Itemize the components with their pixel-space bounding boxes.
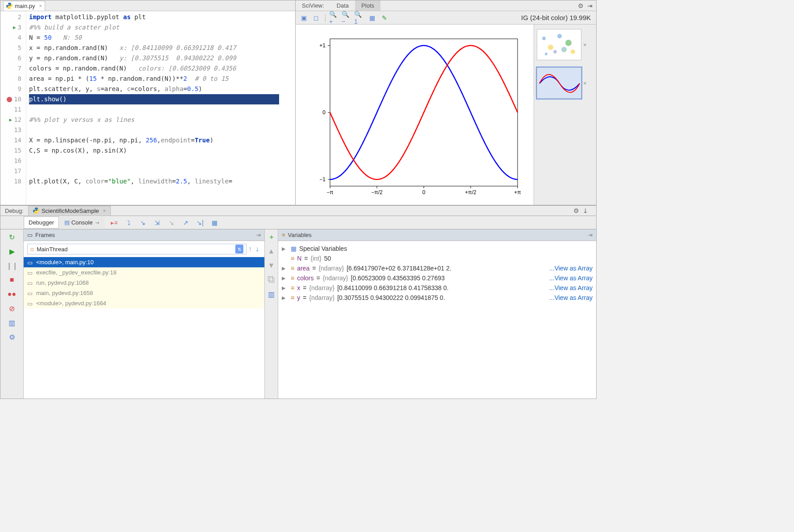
collapse-icon[interactable]: ⇥ [588,232,593,238]
frame-item[interactable]: ▭run, pydevd.py:1068 [24,278,264,288]
thread-icon: ⎅ [30,246,34,253]
nav-down-icon[interactable]: ▼ [267,261,276,270]
pause-icon[interactable]: ❙❙ [7,261,17,270]
copy-icon[interactable]: ⿻ [267,275,276,285]
svg-text:0: 0 [322,109,326,116]
svg-text:0: 0 [422,189,425,195]
variable-row[interactable]: ▶≡ area = {ndarray} [6.69417907e+02 6.37… [282,263,593,273]
gear-icon[interactable]: ⚙ [573,207,579,214]
svg-point-20 [565,40,572,46]
debug-config-label: ScientificModeSample [42,208,99,214]
tab-data[interactable]: Data [330,0,355,11]
eyedropper-icon[interactable]: ✎ [379,12,390,23]
variable-row[interactable]: ≡ N = {int} 50 [282,254,593,263]
plot-info: IG (24-bit color) 19.99K [521,14,593,21]
variable-list[interactable]: ▶▦ Special Variables≡ N = {int} 50▶≡ are… [278,241,596,305]
variable-row[interactable]: ▶≡ y = {ndarray} [0.3075515 0.94300222 0… [282,293,593,303]
sciview-pane: SciView: Data Plots ⚙ ⇥ ▣ ◻ 🔍+ 🔍− 🔍1 ▦ ✎… [296,0,597,205]
python-run-icon [33,208,39,214]
step-out-icon[interactable]: ↗ [180,217,191,228]
frames-icon: ▭ [27,232,33,238]
svg-text:+π/2: +π/2 [465,189,476,195]
resume-icon[interactable]: ▶ [7,246,17,256]
zoom-reset-icon[interactable]: 🔍1 [354,12,365,23]
editor-tab-main[interactable]: main.py × [3,1,45,11]
main-plot: −10+1−π−π/20+π/2+π [308,30,522,200]
debug-title: Debug: [5,208,24,214]
hide-icon[interactable]: ⇥ [587,2,593,9]
code-text[interactable]: import matplotlib.pyplot as plt#%% build… [26,11,295,205]
thread-combo[interactable]: ⎅ MainThread ⇅ [27,244,247,254]
line-gutter: 2▶34567891011▶12131415161718 [0,11,26,205]
inspect-icon[interactable]: ▥ [267,289,276,299]
chevron-updown-icon[interactable]: ⇅ [235,245,243,254]
gear-icon[interactable]: ⚙ [578,2,584,9]
collapse-icon[interactable]: ⇥ [256,232,261,238]
svg-text:+π: +π [514,189,521,195]
fit-icon[interactable]: ▣ [298,12,309,23]
step-into-icon[interactable]: ↘ [138,217,148,228]
vars-header: ≡ Variables ⇥ [278,229,596,241]
show-exec-icon[interactable]: ▸≡ [109,217,120,228]
frame-up-icon[interactable]: ↑ [248,245,252,253]
actual-size-icon[interactable]: ◻ [311,12,322,23]
nav-up-icon[interactable]: ▲ [267,246,276,256]
frame-down-icon[interactable]: ↓ [255,245,259,253]
svg-text:−1: −1 [319,176,326,183]
step-over-icon[interactable]: ⤵ [123,217,134,228]
debug-config-tab[interactable]: ScientificModeSample × [28,206,111,216]
python-file-icon [6,3,13,9]
rerun-icon[interactable]: ↻ [7,232,17,242]
svg-point-18 [548,45,553,50]
frame-item[interactable]: ▭execfile, _pydev_execfile.py:18 [24,267,264,278]
svg-point-23 [545,53,547,55]
svg-text:+1: +1 [319,42,326,49]
force-step-icon[interactable]: ↘ [166,217,177,228]
vars-mid-toolbar: ＋ ▲ ▼ ⿻ ▥ [265,229,278,399]
layout-icon[interactable]: ▥ [7,318,17,328]
svg-point-17 [542,37,546,40]
variable-row[interactable]: ▶≡ x = {ndarray} [0.84110099 0.66391218 … [282,283,593,293]
grid-icon[interactable]: ▦ [367,12,377,23]
variable-row[interactable]: ▶≡ colors = {ndarray} [0.60523009 0.4356… [282,273,593,283]
sciview-header: SciView: Data Plots ⚙ ⇥ [296,0,596,11]
add-watch-icon[interactable]: ＋ [267,232,276,242]
thumb-scatter[interactable] [537,29,581,60]
sciview-title: SciView: [296,2,330,9]
zoom-out-icon[interactable]: 🔍− [342,12,352,23]
settings-icon[interactable]: ⚙ [7,332,17,342]
frame-item[interactable]: ▭main, pydevd.py:1658 [24,288,264,298]
tab-console[interactable]: ▤ Console → [60,217,104,228]
view-breakpoints-icon[interactable]: ●● [7,289,17,299]
vars-title: Variables [288,232,312,238]
code-area[interactable]: 2▶34567891011▶12131415161718 import matp… [0,11,295,205]
thumb-sincos[interactable] [537,67,581,99]
frame-item[interactable]: ▭<module>, pydevd.py:1664 [24,298,264,308]
frame-list[interactable]: ▭<module>, main.py:10▭execfile, _pydev_e… [24,257,264,399]
download-icon[interactable]: ⤓ [583,207,588,214]
frames-pane: ▭ Frames ⇥ ⎅ MainThread ⇅ ↑ ↓ ▭<module>,… [24,229,265,399]
tab-debugger[interactable]: Debugger [24,216,59,229]
debug-header: Debug: ScientificModeSample × ⚙ ⤓ [0,205,597,216]
svg-text:−π/2: −π/2 [371,189,383,195]
step-into-my-icon[interactable]: ⇲ [152,217,163,228]
close-thumb-icon[interactable]: × [583,80,587,87]
run-to-cursor-icon[interactable]: ↘| [195,217,205,228]
frame-item[interactable]: ▭<module>, main.py:10 [24,257,264,267]
mute-breakpoints-icon[interactable]: ⊘ [7,303,17,313]
thread-name: MainThread [37,246,67,253]
close-thumb-icon[interactable]: × [583,42,587,48]
svg-point-24 [561,47,567,52]
tab-plots[interactable]: Plots [355,0,380,11]
close-icon[interactable]: × [103,208,106,213]
svg-text:−π: −π [326,189,333,195]
zoom-in-icon[interactable]: 🔍+ [329,12,340,23]
eval-expr-icon[interactable]: ▦ [209,217,220,228]
svg-point-22 [571,50,575,54]
editor-pane: main.py × 2▶34567891011▶12131415161718 i… [0,0,296,205]
stop-icon[interactable]: ■ [7,275,17,285]
plot-thumbnails: × × [534,25,596,205]
editor-tab-bar: main.py × [0,0,295,11]
close-icon[interactable]: × [39,3,42,8]
vars-icon: ≡ [282,232,285,238]
